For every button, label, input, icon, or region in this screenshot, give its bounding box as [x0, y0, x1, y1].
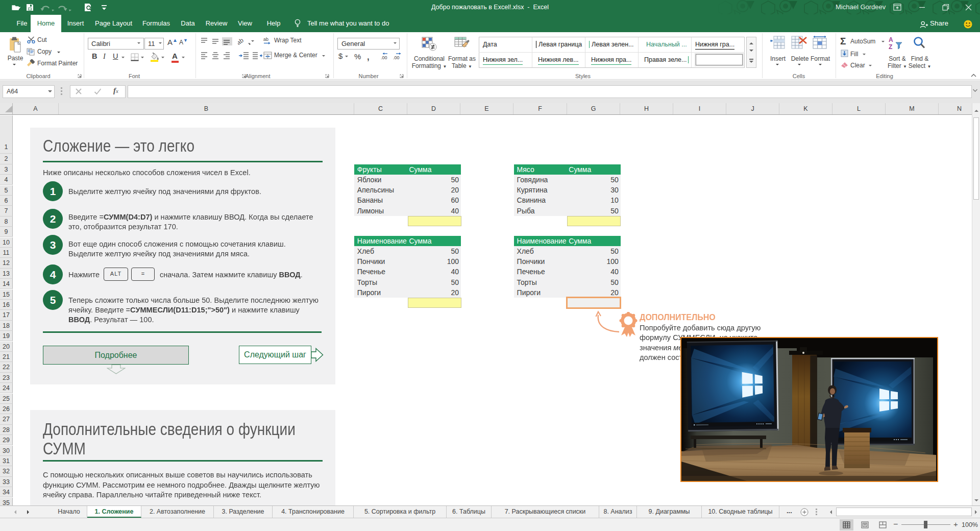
svg-text:.00: .00	[381, 55, 387, 60]
svg-text:Z: Z	[889, 43, 892, 50]
svg-text:A: A	[889, 36, 893, 43]
svg-text:.00: .00	[393, 55, 400, 60]
svg-text:ab: ab	[238, 37, 245, 45]
svg-text:ab: ab	[263, 37, 268, 42]
